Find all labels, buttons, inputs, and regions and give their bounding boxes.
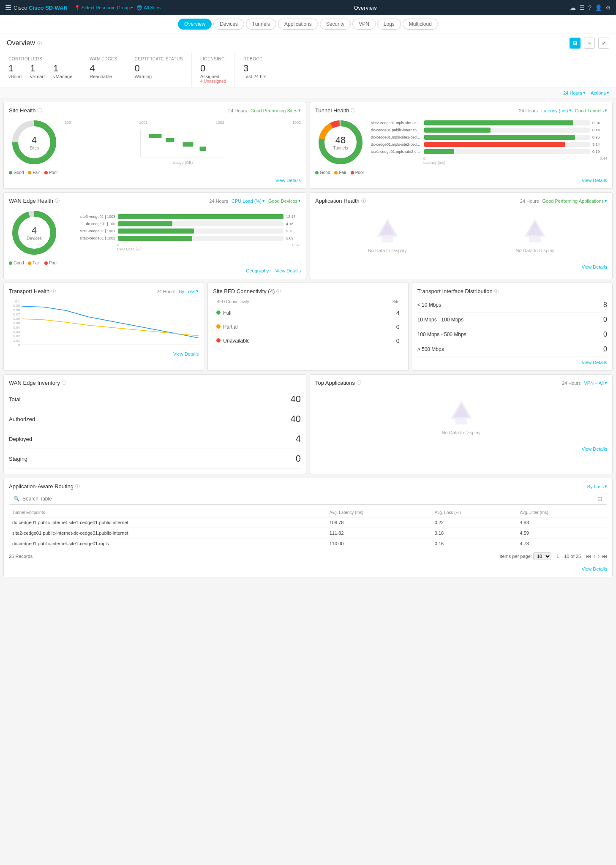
cloud-icon[interactable]: ☁ — [570, 4, 576, 11]
grid-view-button[interactable]: ⊞ — [570, 38, 581, 49]
app-health-view-details[interactable]: View Details — [582, 264, 607, 269]
search-icon: 🔍 — [14, 496, 20, 502]
transport-interface-view-details[interactable]: View Details — [582, 360, 607, 365]
transport-interface-info-icon[interactable]: ⓘ — [494, 288, 499, 294]
wan-edge-health-filter[interactable]: Good Devices ▾ — [268, 198, 301, 204]
site-health-donut: 4 Sites — [9, 117, 60, 168]
tunnel-health-info-icon[interactable]: ⓘ — [351, 107, 355, 114]
top-apps-filter[interactable]: VPN – All ▾ — [584, 380, 607, 386]
chevron-down-icon: ▾ — [605, 484, 607, 489]
actions-selector[interactable]: Actions ▾ — [591, 90, 609, 95]
top-apps-info-icon[interactable]: ⓘ — [357, 380, 361, 386]
tab-vpn[interactable]: VPN — [352, 19, 376, 30]
wan-edge-geography-link[interactable]: Geography — [246, 268, 269, 273]
tab-overview[interactable]: Overview — [178, 19, 212, 30]
ti-row-3: 100 Mbps - 500 Mbps0 — [417, 327, 607, 342]
site-health-bar-chart — [65, 125, 301, 159]
settings-icon[interactable]: ⚙ — [605, 4, 611, 11]
site-health-info-icon[interactable]: ⓘ — [38, 107, 42, 114]
svg-rect-5 — [166, 138, 174, 142]
chevron-down-icon: ▾ — [298, 108, 301, 113]
user-icon[interactable]: 👤 — [595, 4, 602, 11]
wan-edge-info-icon[interactable]: ⓘ — [55, 198, 60, 204]
page-info-icon[interactable]: ⓘ — [37, 40, 42, 46]
chevron-down-icon: ▾ — [583, 90, 586, 95]
chevron-down-icon: ▾ — [605, 198, 607, 204]
list-icon[interactable]: ☰ — [579, 4, 585, 11]
tab-logs[interactable]: Logs — [377, 19, 401, 30]
routing-row-3: dc-cedge01.public-internet-site1-cedge01… — [9, 539, 607, 549]
chevron-down-icon: ▾ — [605, 380, 607, 386]
tab-applications[interactable]: Applications — [278, 19, 318, 30]
tab-security[interactable]: Security — [320, 19, 351, 30]
tunnel-health-view-details[interactable]: View Details — [582, 178, 607, 183]
transport-health-card: Transport Health ⓘ 24 Hours By Loss ▾ 0.… — [3, 283, 204, 371]
next-page-button[interactable]: › — [598, 553, 600, 559]
menu-icon[interactable]: ☰ — [5, 4, 11, 12]
wan-edges-stat: WAN Edges 4 Reachable — [81, 53, 126, 87]
wan-edge-metric-filter[interactable]: CPU Load (%) ▾ — [232, 198, 265, 204]
table-footer: 25 Records Items per page: 10 25 50 1 – … — [9, 549, 607, 563]
wan-edge-bar-chart: site3-vedge01 | 1003 12.47 dc-cedge01 | … — [65, 214, 301, 251]
bfd-row-unavailable: Unavailable 0 — [213, 334, 403, 348]
routing-table: Tunnel Endpoints Avg. Latency (ms) Avg. … — [9, 508, 607, 549]
site-health-chart: 4 Sites 100100110021003 — [9, 117, 301, 168]
top-apps-view-details[interactable]: View Details — [582, 446, 607, 452]
transport-health-view-details[interactable]: View Details — [173, 351, 199, 356]
wan-inventory-info-icon[interactable]: ⓘ — [62, 380, 66, 386]
licensing-stat: LICENSING 0 Assigned 4 Unassigned — [192, 53, 235, 87]
tab-multicloud[interactable]: Multicloud — [403, 19, 438, 30]
app-routing-info-icon[interactable]: ⓘ — [75, 483, 80, 490]
prev-page-button[interactable]: ‹ — [594, 553, 595, 559]
transport-line-chart: 0.10.090.080.070.060.050.040.030.020.010 — [9, 298, 199, 348]
time-bar: 24 Hours ▾ Actions ▾ — [0, 87, 616, 98]
tunnel-health-filter[interactable]: Good Tunnels ▾ — [575, 108, 608, 113]
tab-bar: Overview Devices Tunnels Applications Se… — [0, 15, 616, 33]
site-health-filter[interactable]: Good Performing Sites ▾ — [251, 108, 301, 113]
bfd-row-partial: Partial 0 — [213, 320, 403, 334]
svg-rect-7 — [200, 147, 206, 151]
filter-icon[interactable]: ⊟ — [597, 495, 602, 502]
items-per-page-select[interactable]: 10 25 50 — [533, 552, 551, 560]
last-page-button[interactable]: ⏭ — [602, 553, 607, 559]
svg-rect-18 — [529, 237, 541, 242]
wan-edge-view-details[interactable]: View Details — [275, 268, 301, 273]
tunnel-latency-filter[interactable]: Latency (ms) ▾ — [541, 108, 572, 113]
svg-rect-23 — [455, 419, 467, 424]
routing-search-bar[interactable]: 🔍 ⊟ — [9, 493, 607, 505]
chevron-down-icon: ▾ — [196, 288, 199, 294]
app-health-info-icon[interactable]: ⓘ — [361, 198, 366, 204]
expand-button[interactable]: ⤢ — [598, 38, 609, 49]
bfd-table: BFD Connectivity Site Full 4 Partial 0 U… — [213, 298, 403, 348]
app-health-filter[interactable]: Good Performing Applications ▾ — [542, 198, 607, 204]
sites-selector[interactable]: 🌐 All Sites — [136, 5, 161, 11]
app-health-no-data: No Data to Display No Data to Display — [315, 207, 607, 261]
page-header: Overview ⓘ ⊞ ≡ ⤢ — [0, 33, 616, 53]
wan-edge-health-card: WAN Edge Health ⓘ 24 Hours CPU Load (%) … — [3, 192, 306, 279]
site-health-view-details[interactable]: View Details — [275, 178, 301, 183]
help-icon[interactable]: ? — [588, 4, 591, 11]
search-input[interactable] — [22, 496, 595, 502]
wan-edge-legend: Good Fair Poor — [9, 261, 301, 265]
chevron-down-icon: ▾ — [607, 90, 609, 95]
site-bfd-info-icon[interactable]: ⓘ — [276, 288, 281, 294]
stats-row: CONTROLLERS 1 vBond 1 vSmart 1 vManage W… — [0, 53, 616, 87]
transport-health-info-icon[interactable]: ⓘ — [51, 288, 56, 294]
logo-text: Cisco Cisco SD-WAN — [14, 5, 68, 11]
tab-tunnels[interactable]: Tunnels — [246, 19, 276, 30]
first-page-button[interactable]: ⏮ — [586, 553, 591, 559]
ti-row-2: 10 Mbps - 100 Mbps0 — [417, 313, 607, 327]
tab-devices[interactable]: Devices — [213, 19, 244, 30]
routing-view-details[interactable]: View Details — [582, 566, 607, 571]
controllers-stat: CONTROLLERS 1 vBond 1 vSmart 1 vManage — [0, 53, 81, 87]
chevron-down-icon: ▾ — [605, 108, 607, 113]
tunnel-health-donut: 48 Tunnels — [315, 117, 366, 168]
time-range-selector[interactable]: 24 Hours ▾ — [563, 90, 586, 95]
app-routing-filter[interactable]: By Loss ▾ — [587, 484, 607, 489]
inv-deployed: Deployed4 — [9, 429, 301, 449]
chevron-down-icon: ▾ — [131, 5, 133, 10]
resource-group-selector[interactable]: 📍 Select Resource Group ▾ — [74, 5, 133, 11]
list-view-button[interactable]: ≡ — [584, 38, 595, 49]
transport-health-filter[interactable]: By Loss ▾ — [179, 288, 199, 294]
wan-inventory-card: WAN Edge Inventory ⓘ Total40 Authorized4… — [3, 374, 306, 474]
